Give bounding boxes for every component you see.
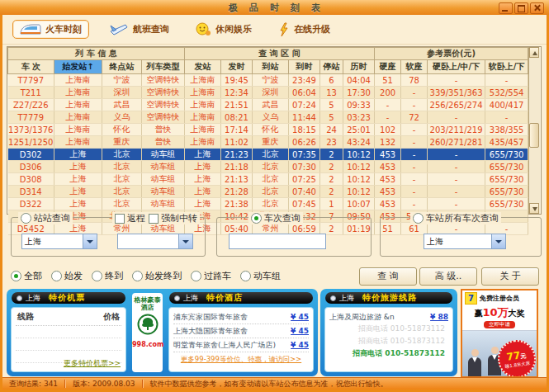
- column-header-sorted[interactable]: 始发站↑: [54, 60, 102, 74]
- table-row[interactable]: 1373/1376上海南怀化普快上海南17:14怀化18:152425:0110…: [8, 124, 528, 136]
- column-header[interactable]: 终点站: [102, 60, 142, 74]
- column-header[interactable]: 软座: [401, 60, 428, 74]
- filter-始发[interactable]: 始发: [51, 270, 83, 282]
- column-header[interactable]: 硬卧上/中/下: [428, 60, 485, 74]
- hotel-price-link[interactable]: ¥ 45: [291, 327, 309, 335]
- column-header[interactable]: 历时: [343, 60, 375, 74]
- hotel-item[interactable]: 上海大隐国际青年旅舍¥ 45: [173, 324, 309, 338]
- vertical-scrollbar[interactable]: [528, 47, 540, 214]
- advanced-button[interactable]: 高 级..: [419, 267, 477, 286]
- transfer-checkbox[interactable]: [149, 214, 159, 224]
- column-header[interactable]: 到站: [253, 60, 289, 74]
- hotel-price-link[interactable]: ¥ 45: [291, 341, 309, 349]
- all-station-select[interactable]: 上海: [424, 234, 506, 249]
- return-checkbox[interactable]: [115, 214, 125, 224]
- column-header[interactable]: 到时: [289, 60, 320, 74]
- to-station-select[interactable]: [117, 234, 193, 249]
- maximize-button[interactable]: [514, 2, 528, 14]
- filter-动车组[interactable]: 动车组: [240, 270, 281, 282]
- sevendays-photo: 77元 睡1.8米大床: [462, 330, 537, 378]
- table-row[interactable]: D306上海北京动车组上海21:18北京07:30210:12453--655/…: [8, 161, 528, 173]
- table-row[interactable]: T7797上海南宁波空调特快上海南19:45宁波23:49604:045178-…: [8, 74, 528, 87]
- more-hotels-link[interactable]: 更多99-399等价位、特惠，请访问>>: [173, 355, 309, 365]
- filter-radio[interactable]: [11, 271, 21, 281]
- sevendays-ad[interactable]: 7 免费注册会员 赢10万大奖 立即申请 77元 睡1.8米大床: [461, 289, 538, 378]
- filter-始发终到[interactable]: 始发终到: [132, 270, 182, 282]
- cell: T7779: [8, 111, 54, 124]
- cell: 北京: [102, 186, 142, 198]
- table-row[interactable]: D308上海北京动车组上海21:13北京07:25210:12453--655/…: [8, 173, 528, 186]
- about-button[interactable]: 关 于: [481, 267, 539, 286]
- cell: 北京: [253, 149, 289, 161]
- filter-radio[interactable]: [240, 271, 251, 281]
- hotel-item[interactable]: 浦东宾家国际青年旅舍¥ 45: [173, 310, 309, 324]
- travel-item-price[interactable]: ¥ 88: [430, 313, 448, 321]
- table-row[interactable]: D314上海北京动车组上海21:28北京07:40210:12453--655/…: [8, 186, 528, 198]
- tab-fun[interactable]: 休闲娱乐: [189, 20, 258, 39]
- hotel-promo-panel[interactable]: 上海 特价酒店 浦东宾家国际青年旅舍¥ 45上海大隐国际青年旅舍¥ 45明堂青年…: [164, 289, 318, 376]
- cell: -: [401, 87, 428, 99]
- filter-radio[interactable]: [51, 271, 62, 281]
- filter-终到[interactable]: 终到: [92, 270, 123, 282]
- cell: 5: [320, 111, 343, 124]
- column-header[interactable]: 发时: [221, 60, 253, 74]
- cell: 532/554: [485, 87, 528, 99]
- column-header[interactable]: 车 次: [8, 60, 54, 74]
- scrollbar-thumb[interactable]: [529, 123, 539, 148]
- train-number-input[interactable]: [229, 234, 326, 249]
- column-header[interactable]: 软卧上/下: [485, 60, 528, 74]
- hotel-price-link[interactable]: ¥ 45: [291, 313, 309, 321]
- chevron-down-icon[interactable]: [178, 234, 192, 248]
- station-query-radio[interactable]: [21, 213, 31, 224]
- group-header: 列 车 信 息: [8, 48, 185, 60]
- filter-radio[interactable]: [92, 271, 102, 281]
- table-row[interactable]: 1251/1250上海南重庆普快上海南11:02重庆06:262343:2413…: [8, 136, 528, 149]
- table-row[interactable]: Z27/Z26上海南武昌空调特快上海南21:51武昌07:24509:33--2…: [8, 99, 528, 111]
- scroll-up-icon[interactable]: [529, 47, 539, 58]
- tab-flight[interactable]: 航班查询: [102, 21, 176, 39]
- close-button[interactable]: [530, 2, 544, 14]
- win-post: 大奖: [509, 309, 525, 318]
- cell: 上海南: [54, 87, 102, 99]
- filter-radio[interactable]: [191, 271, 201, 281]
- table-row[interactable]: D322上海北京动车组上海21:38北京07:45110:07453--655/…: [8, 198, 528, 210]
- cell: 上海: [185, 186, 221, 198]
- tab-train[interactable]: 火车时刻: [12, 20, 89, 39]
- cell: 453: [375, 161, 401, 173]
- column-header[interactable]: 发站: [185, 60, 221, 74]
- column-header[interactable]: 列车类型: [142, 60, 185, 74]
- column-header[interactable]: 停站: [320, 60, 343, 74]
- promo-strip-right: 上海 特价旅游线路 上海及周边旅游 &n ¥ 88 招商电话 010-51873…: [320, 289, 457, 376]
- minimize-button[interactable]: [499, 2, 513, 14]
- filter-过路车[interactable]: 过路车: [191, 270, 231, 282]
- travel-promo-panel[interactable]: 上海 特价旅游线路 上海及周边旅游 &n ¥ 88 招商电话 010-51873…: [320, 289, 457, 376]
- tab-upgrade[interactable]: 在线升级: [272, 20, 337, 40]
- chevron-down-icon[interactable]: [491, 234, 505, 248]
- chevron-down-icon[interactable]: [83, 234, 97, 248]
- hotel-item[interactable]: 明堂青年旅舍(上海人民广场店)¥ 45: [173, 338, 309, 352]
- cell: 24: [320, 124, 343, 136]
- filter-label: 动车组: [253, 270, 281, 282]
- train-query-radio[interactable]: [251, 213, 262, 224]
- tab-label: 火车时刻: [45, 23, 82, 35]
- filter-radio[interactable]: [132, 271, 143, 281]
- cell: 空调特快: [142, 99, 185, 111]
- cell: 338/355: [485, 124, 528, 136]
- cell: 102: [375, 124, 401, 136]
- query-button[interactable]: 查 询: [359, 267, 417, 286]
- greentree-ad[interactable]: 格林豪泰 酒店 998.com: [132, 293, 163, 372]
- station-all-query-radio[interactable]: [413, 213, 424, 224]
- from-station-select[interactable]: 上海: [21, 234, 97, 249]
- cell: 453: [375, 186, 401, 198]
- table-row[interactable]: D302上海北京动车组上海21:23北京07:35210:12453--655/…: [8, 149, 528, 161]
- more-flights-link[interactable]: 更多特价机票>>: [64, 358, 121, 369]
- table-row[interactable]: T211上海南深圳空调特快上海南12:34深圳06:041317:30200-3…: [8, 87, 528, 99]
- flight-promo-panel[interactable]: 上海 特价机票 线路 价格 更多特价机票>>: [7, 289, 130, 376]
- table-row[interactable]: T7779上海南义乌空调特快上海南08:21义乌11:44503:23-72--: [8, 111, 528, 124]
- cell: 21:23: [221, 149, 253, 161]
- apply-now-button[interactable]: 立即申请: [484, 321, 515, 328]
- filter-全部[interactable]: 全部: [11, 270, 42, 282]
- scroll-down-icon[interactable]: [529, 203, 539, 214]
- phone-list: 招商电话 010-51873112招商电话 010-51873112招商电话 0…: [329, 324, 448, 361]
- column-header[interactable]: 硬座: [375, 60, 401, 74]
